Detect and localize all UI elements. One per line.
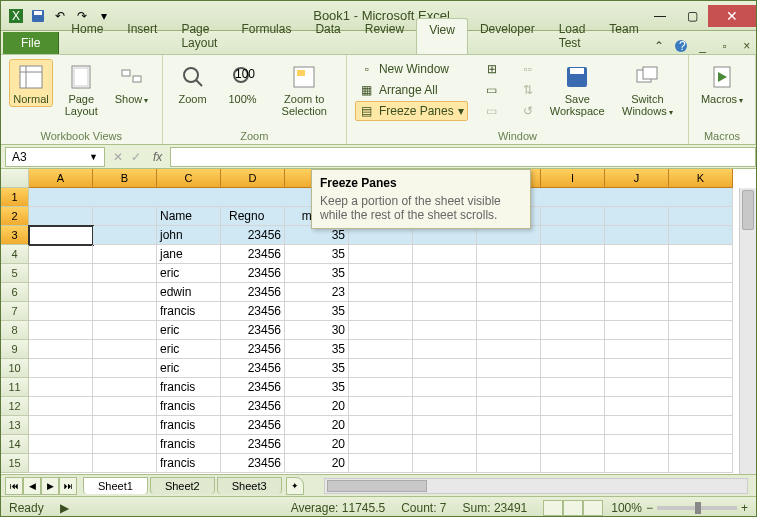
hscroll-thumb[interactable] — [327, 480, 427, 492]
cell[interactable]: 20 — [285, 435, 349, 454]
cell[interactable] — [93, 245, 157, 264]
cell[interactable]: Regno — [221, 207, 285, 226]
name-box[interactable]: A3 ▼ — [5, 147, 105, 167]
cell[interactable] — [477, 340, 541, 359]
tab-developer[interactable]: Developer — [468, 18, 547, 54]
row-header[interactable]: 14 — [1, 435, 29, 454]
tab-load-test[interactable]: Load Test — [547, 18, 598, 54]
row-header[interactable]: 5 — [1, 264, 29, 283]
cell[interactable] — [605, 454, 669, 473]
cell[interactable] — [605, 416, 669, 435]
close-button[interactable]: ✕ — [708, 5, 756, 27]
column-header[interactable]: J — [605, 169, 669, 188]
cell[interactable] — [93, 264, 157, 283]
row-header[interactable]: 2 — [1, 207, 29, 226]
cell[interactable] — [413, 283, 477, 302]
cell[interactable]: 23456 — [221, 378, 285, 397]
tab-nav-prev[interactable]: ◀ — [23, 477, 41, 495]
row-header[interactable]: 13 — [1, 416, 29, 435]
zoom-in-button[interactable]: + — [741, 501, 748, 515]
cell[interactable]: 23456 — [221, 397, 285, 416]
cell[interactable] — [349, 245, 413, 264]
cell[interactable] — [541, 397, 605, 416]
cell[interactable]: edwin — [157, 283, 221, 302]
cell[interactable] — [413, 416, 477, 435]
cell[interactable] — [29, 226, 93, 245]
cell[interactable] — [541, 378, 605, 397]
row-header[interactable]: 12 — [1, 397, 29, 416]
freeze-panes-button[interactable]: ▤Freeze Panes ▾ — [355, 101, 468, 121]
tab-view[interactable]: View — [416, 18, 468, 54]
cell[interactable] — [349, 321, 413, 340]
view-break-button[interactable] — [583, 500, 603, 516]
cell[interactable]: 35 — [285, 302, 349, 321]
cell[interactable] — [413, 454, 477, 473]
cell[interactable] — [349, 283, 413, 302]
cell[interactable] — [669, 359, 733, 378]
cell[interactable] — [29, 207, 93, 226]
cell[interactable]: jane — [157, 245, 221, 264]
cell[interactable] — [669, 454, 733, 473]
vertical-scrollbar[interactable] — [739, 188, 756, 474]
cell[interactable] — [669, 321, 733, 340]
mdi-minimize-icon[interactable]: _ — [695, 38, 711, 54]
sheet-tab[interactable]: Sheet1 — [83, 477, 148, 494]
sheet-tab[interactable]: Sheet2 — [150, 477, 215, 494]
cell[interactable] — [349, 340, 413, 359]
cell[interactable] — [93, 416, 157, 435]
cell[interactable] — [29, 264, 93, 283]
cell[interactable] — [349, 378, 413, 397]
sheet-tab[interactable]: Sheet3 — [217, 477, 282, 494]
unhide-button[interactable]: ▭ — [480, 101, 504, 121]
cell[interactable]: 23456 — [221, 454, 285, 473]
cell[interactable]: 23456 — [221, 321, 285, 340]
cell[interactable]: 35 — [285, 378, 349, 397]
namebox-dropdown-icon[interactable]: ▼ — [89, 152, 98, 162]
cell[interactable] — [93, 207, 157, 226]
cell[interactable] — [29, 283, 93, 302]
cell[interactable] — [477, 245, 541, 264]
cell[interactable] — [669, 302, 733, 321]
cell[interactable] — [541, 207, 605, 226]
cell[interactable]: francis — [157, 302, 221, 321]
tab-team[interactable]: Team — [597, 18, 650, 54]
save-workspace-button[interactable]: Save Workspace — [546, 59, 609, 119]
row-header[interactable]: 4 — [1, 245, 29, 264]
row-header[interactable]: 10 — [1, 359, 29, 378]
cell[interactable] — [93, 302, 157, 321]
switch-windows-button[interactable]: Switch Windows — [615, 59, 680, 120]
row-header[interactable]: 3 — [1, 226, 29, 245]
cell[interactable] — [669, 435, 733, 454]
tab-review[interactable]: Review — [353, 18, 416, 54]
cell[interactable]: eric — [157, 359, 221, 378]
cell[interactable] — [605, 283, 669, 302]
tab-nav-next[interactable]: ▶ — [41, 477, 59, 495]
cell[interactable] — [541, 226, 605, 245]
view-normal-button[interactable] — [543, 500, 563, 516]
hide-button[interactable]: ▭ — [480, 80, 504, 100]
cell[interactable] — [605, 264, 669, 283]
cell[interactable] — [349, 302, 413, 321]
cell[interactable] — [413, 397, 477, 416]
cell[interactable] — [541, 340, 605, 359]
show-button[interactable]: Show — [110, 59, 154, 108]
cell[interactable]: francis — [157, 397, 221, 416]
cell[interactable] — [541, 245, 605, 264]
cell[interactable] — [413, 378, 477, 397]
select-all-corner[interactable] — [1, 169, 29, 188]
cell[interactable] — [413, 264, 477, 283]
cell[interactable] — [669, 340, 733, 359]
cell[interactable] — [477, 264, 541, 283]
save-icon[interactable] — [29, 7, 47, 25]
cell[interactable] — [477, 283, 541, 302]
sync-scroll-button[interactable]: ⇅ — [516, 80, 540, 100]
cell[interactable] — [669, 245, 733, 264]
cell[interactable] — [605, 359, 669, 378]
split-button[interactable]: ⊞ — [480, 59, 504, 79]
cell[interactable] — [669, 397, 733, 416]
cell[interactable] — [29, 454, 93, 473]
cell[interactable] — [93, 378, 157, 397]
row-header[interactable]: 9 — [1, 340, 29, 359]
cell[interactable] — [477, 435, 541, 454]
cell[interactable]: 23456 — [221, 302, 285, 321]
